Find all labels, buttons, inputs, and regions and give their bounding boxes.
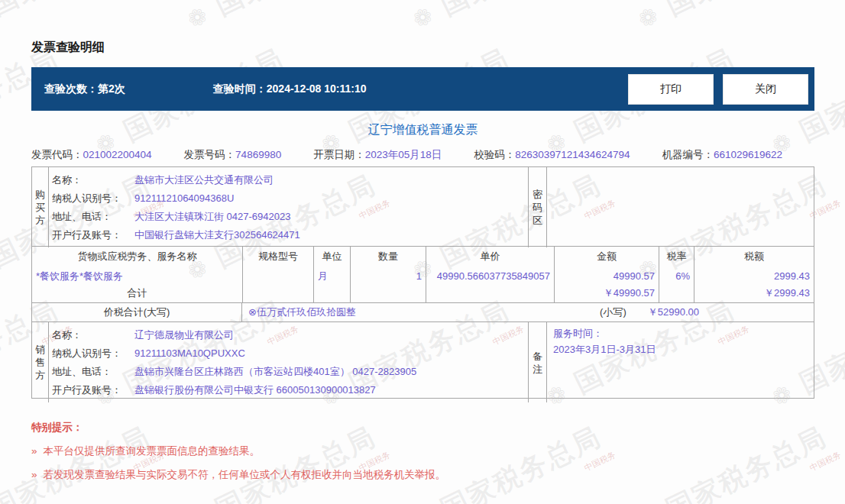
item-price: 49990.566037735849057 <box>426 267 554 286</box>
grand-total-body: ⊗伍万贰仟玖佰玖拾圆整 (小写) ￥52990.00 <box>242 303 814 321</box>
machine-number: 机器编号：661029619622 <box>662 148 782 162</box>
header-taxrate: 税率 <box>659 247 694 267</box>
seller-address-row: 地址、电话： 盘锦市兴隆台区庄林路西（市客运站四楼401室） 0427-2823… <box>52 363 528 381</box>
remark-line: 2023年3月1日-3月31日 <box>553 341 808 357</box>
password-area-label: 密 码 区 <box>529 167 547 247</box>
buyer-address-row: 地址、电话： 大洼区大洼镇珠江街 0427-6942023 <box>52 208 528 226</box>
notice-item: »本平台仅提供所查询发票票面信息的查验结果。 <box>31 444 814 458</box>
col-qty: 数量 1 <box>350 247 426 302</box>
header-price: 单价 <box>426 247 554 267</box>
item-unit: 月 <box>314 267 350 286</box>
invoice-title: 辽宁增值税普通发票 <box>31 122 814 138</box>
col-tax: 税额 2999.43 ￥2999.43 <box>694 247 814 302</box>
item-amount: 49990.57 <box>555 267 659 286</box>
buyer-fields: 名称： 盘锦市大洼区公共交通有限公司 纳税人识别号： 9121112106409… <box>49 167 529 247</box>
notice-marker: » <box>31 445 37 457</box>
header-unit: 单位 <box>314 247 350 267</box>
total-label: 合计 <box>32 286 242 302</box>
tax-emblem-icon: ❁ <box>626 500 669 504</box>
total-amount: ￥49990.57 <box>555 286 659 302</box>
small-amount-value: ￥52990.00 <box>648 303 699 321</box>
col-price: 单价 49990.566037735849057 <box>426 247 554 302</box>
col-taxrate: 税率 6% <box>659 247 694 302</box>
col-spec: 规格型号 <box>242 247 313 302</box>
seller-name-row: 名称： 辽宁德晟物业有限公司 <box>52 326 528 344</box>
small-amount-label: (小写) <box>600 303 626 321</box>
invoice-table: 购 买 方 名称： 盘锦市大洼区公共交通有限公司 纳税人识别号： 9121112… <box>31 166 814 399</box>
notice-marker: » <box>31 469 37 480</box>
buyer-name-row: 名称： 盘锦市大洼区公共交通有限公司 <box>52 171 528 189</box>
grand-total-row: 价税合计(大写) ⊗伍万贰仟玖佰玖拾圆整 (小写) ￥52990.00 <box>32 302 814 321</box>
col-amount: 金额 49990.57 ￥49990.57 <box>554 247 659 302</box>
header-tax: 税额 <box>694 247 814 267</box>
remark-area: 服务时间： 2023年3月1日-3月31日 <box>547 322 814 402</box>
item-tax: 2999.43 <box>694 267 814 286</box>
watermark-text: 国家税务总局 <box>660 0 833 24</box>
buyer-bank-row: 开户行及账号： 中国银行盘锦大洼支行302564624471 <box>52 226 528 244</box>
buyer-section: 购 买 方 名称： 盘锦市大洼区公共交通有限公司 纳税人识别号： 9121112… <box>32 167 814 246</box>
password-area <box>547 167 814 247</box>
invoice-number: 发票号码：74869980 <box>184 148 282 162</box>
header-qty: 数量 <box>351 247 426 267</box>
header-amount: 金额 <box>555 247 659 267</box>
seller-bank-row: 开户行及账号： 盘锦银行股份有限公司中银支行 66005013090001382… <box>52 381 528 399</box>
check-code: 校验码：82630397121434624794 <box>474 148 630 162</box>
check-info-bar: 查验次数： 第2次 查验时间： 2024-12-08 10:11:10 打印 关… <box>31 67 814 111</box>
check-time-value: 2024-12-08 10:11:10 <box>267 82 367 96</box>
invoice-date: 开票日期：2023年05月18日 <box>313 148 442 162</box>
item-spec <box>243 267 313 286</box>
tax-emblem-icon: ❁ <box>401 0 444 39</box>
col-unit: 单位 月 <box>313 247 350 302</box>
page-title: 发票查验明细 <box>31 40 105 56</box>
notice-title: 特别提示： <box>31 421 814 435</box>
col-name: 货物或应税劳务、服务名称 *餐饮服务*餐饮服务 合计 <box>32 247 242 302</box>
header-name: 货物或应税劳务、服务名称 <box>32 247 242 267</box>
notice-item: »若发现发票查验结果与实际交易不符，任何单位或个人有权拒收并向当地税务机关举报。 <box>31 468 814 482</box>
buyer-side-label: 购 买 方 <box>32 167 49 247</box>
items-table: 货物或应税劳务、服务名称 *餐饮服务*餐饮服务 合计 规格型号 单位 月 数量 … <box>32 246 814 302</box>
buyer-taxid-row: 纳税人识别号： 91211121064094368U <box>52 189 528 208</box>
item-name: *餐饮服务*餐饮服务 <box>32 267 242 286</box>
item-qty: 1 <box>351 267 426 286</box>
grand-total-label: 价税合计(大写) <box>32 303 242 321</box>
remark-label: 备 注 <box>529 322 547 402</box>
seller-section: 销 售 方 名称： 辽宁德晟物业有限公司 纳税人识别号： 91211103MA1… <box>32 321 814 398</box>
check-count-label: 查验次数： <box>44 82 98 96</box>
check-time-label: 查验时间： <box>213 82 267 96</box>
seller-taxid-row: 纳税人识别号： 91211103MA10QPUXXC <box>52 344 528 363</box>
header-spec: 规格型号 <box>243 247 313 267</box>
seller-fields: 名称： 辽宁德晟物业有限公司 纳税人识别号： 91211103MA10QPUXX… <box>49 322 529 402</box>
invoice-check-page: ❁国家税务总局中国税务❁国家税务总局中国税务❁国家税务总局中国税务❁国家税务总局… <box>0 0 845 504</box>
item-taxrate: 6% <box>659 267 694 286</box>
special-notices: 特别提示： »本平台仅提供所查询发票票面信息的查验结果。 »若发现发票查验结果与… <box>31 421 814 482</box>
watermark-text: 国家税务总局 <box>209 0 382 24</box>
remark-line: 服务时间： <box>553 325 808 341</box>
print-button[interactable]: 打印 <box>628 74 714 105</box>
tax-emblem-icon: ❁ <box>176 500 219 504</box>
close-button[interactable]: 关闭 <box>723 74 808 105</box>
check-count-value: 第2次 <box>98 82 125 96</box>
seller-side-label: 销 售 方 <box>32 322 49 402</box>
watermark-text: 国家税务总局 <box>435 0 607 24</box>
invoice-code: 发票代码：021002200404 <box>31 148 152 162</box>
tax-emblem-icon: ❁ <box>176 0 219 39</box>
total-tax: ￥2999.43 <box>694 286 814 302</box>
amount-in-words: ⊗伍万贰仟玖佰玖拾圆整 <box>248 303 356 321</box>
check-count: 查验次数： 第2次 <box>44 82 125 96</box>
check-time: 查验时间： 2024-12-08 10:11:10 <box>213 82 367 96</box>
tax-emblem-icon: ❁ <box>626 0 669 39</box>
tax-emblem-icon: ❁ <box>401 500 444 504</box>
watermark-text: 国家税务总局 <box>0 0 157 24</box>
invoice-meta-row: 发票代码：021002200404 发票号码：74869980 开票日期：202… <box>31 148 814 162</box>
toolbar-buttons: 打印 关闭 <box>628 74 808 105</box>
